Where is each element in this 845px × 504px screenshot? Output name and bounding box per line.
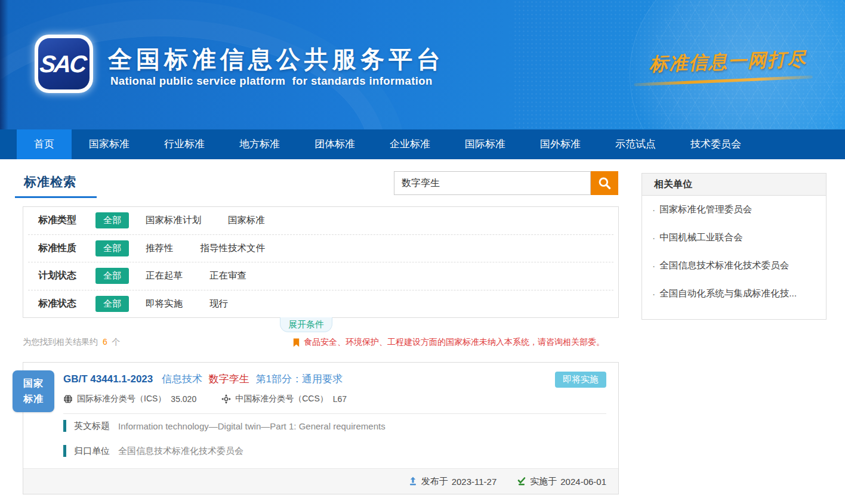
publish-icon — [408, 477, 421, 486]
nav-tab-enterprise-standards[interactable]: 企业标准 — [372, 129, 448, 159]
filter-label-standard-type: 标准类型 — [38, 214, 95, 227]
filter-label-standard-nature: 标准性质 — [38, 242, 95, 255]
bookmark-icon — [292, 338, 304, 348]
department-value: 全国信息技术标准化技术委员会 — [118, 446, 243, 457]
filter-all-button-standard-nature[interactable]: 全部 — [95, 240, 129, 256]
card-footer: 发布于 2023-11-27 实施于 2024-06-01 — [23, 468, 618, 494]
globe-icon — [63, 394, 77, 404]
implement-check-icon — [517, 477, 530, 486]
filter-box: 标准类型全部国家标准计划国家标准标准性质全部推荐性指导性技术文件计划状态全部正在… — [23, 206, 619, 318]
filter-row-standard-type: 标准类型全部国家标准计划国家标准 — [28, 207, 613, 234]
list-dot: · — [652, 233, 655, 243]
badge-line1: 国家 — [23, 376, 44, 391]
site-subtitle: National public service platform for sta… — [110, 75, 433, 88]
list-dot: · — [652, 289, 655, 299]
site-title: 全国标准信息公共服务平台 — [108, 43, 445, 76]
result-count: 为您找到相关结果约 6 个 — [23, 337, 121, 348]
related-units-panel: 相关单位 ·国家标准化管理委员会·中国机械工业联合会·全国信息技术标准化技术委员… — [642, 173, 827, 320]
filter-option-standard-nature-1[interactable]: 指导性技术文件 — [201, 242, 266, 255]
title-underline — [15, 196, 97, 198]
standard-title-part2: 第1部分：通用要求 — [255, 373, 342, 385]
nav-tab-home[interactable]: 首页 — [17, 129, 72, 159]
related-units-list: ·国家标准化管理委员会·中国机械工业联合会·全国信息技术标准化技术委员会·全国自… — [642, 196, 826, 308]
related-unit-item-3[interactable]: ·全国自动化系统与集成标准化技... — [642, 280, 826, 308]
ccs-label: 中国标准分类号（CCS） — [235, 394, 328, 404]
implement-label: 实施于 — [530, 476, 557, 487]
page-title: 标准检索 — [24, 174, 76, 190]
related-unit-label: 全国信息技术标准化技术委员会 — [659, 259, 789, 272]
filter-option-standard-type-1[interactable]: 国家标准 — [228, 214, 265, 227]
sac-logo-inner: SAC — [38, 38, 90, 89]
filter-row-standard-status: 标准状态全部即将实施现行 — [28, 290, 613, 318]
page-root: SAC 全国标准信息公共服务平台 National public service… — [0, 0, 845, 504]
sac-logo-text: SAC — [39, 51, 89, 78]
ccs-value: L67 — [333, 394, 347, 404]
standard-title-link[interactable]: GB/T 43441.1-2023 信息技术 数字孪生 第1部分：通用要求 — [63, 372, 343, 386]
related-unit-item-0[interactable]: ·国家标准化管理委员会 — [642, 196, 826, 224]
filter-option-standard-status-0[interactable]: 即将实施 — [146, 298, 183, 310]
nav-tab-technical-committee[interactable]: 技术委员会 — [673, 129, 758, 159]
filter-option-standard-status-1[interactable]: 现行 — [209, 298, 228, 310]
publish-label: 发布于 — [421, 476, 448, 487]
related-unit-label: 国家标准化管理委员会 — [659, 203, 752, 216]
ccs-meta: 中国标准分类号（CCS） L67 — [221, 394, 347, 404]
filter-all-button-plan-status[interactable]: 全部 — [95, 268, 129, 284]
notice-text: 食品安全、环境保护、工程建设方面的国家标准未纳入本系统，请咨询相关部委。 — [304, 337, 605, 348]
standard-type-badge: 国家 标准 — [13, 370, 54, 412]
result-count-prefix: 为您找到相关结果约 — [23, 337, 98, 347]
nav-tab-group-standards[interactable]: 团体标准 — [297, 129, 372, 159]
expand-conditions-button[interactable]: 展开条件 — [280, 317, 332, 332]
system-notice: 食品安全、环境保护、工程建设方面的国家标准未纳入本系统，请咨询相关部委。 — [292, 337, 605, 348]
related-unit-label: 全国自动化系统与集成标准化技... — [659, 287, 797, 300]
department-row: 归口单位 全国信息技术标准化技术委员会 — [63, 445, 243, 457]
implement-date: 2024-06-01 — [560, 477, 606, 487]
teal-bar-decoration — [63, 445, 66, 457]
sac-logo[interactable]: SAC — [35, 35, 93, 93]
card-divider — [63, 413, 606, 414]
publish-date: 2023-11-27 — [452, 477, 497, 487]
result-count-suffix: 个 — [112, 337, 121, 347]
related-unit-item-1[interactable]: ·中国机械工业联合会 — [642, 224, 826, 252]
english-title-label: 英文标题 — [74, 420, 110, 432]
search-button[interactable] — [591, 171, 618, 195]
filter-all-button-standard-type[interactable]: 全部 — [95, 212, 129, 228]
compass-icon — [221, 394, 235, 404]
badge-line2: 标准 — [23, 391, 44, 407]
list-dot: · — [652, 205, 655, 215]
nav-tab-pilot[interactable]: 示范试点 — [598, 129, 673, 159]
header-edge-decoration — [0, 0, 8, 129]
implement-date-item: 实施于 2024-06-01 — [517, 476, 606, 487]
ics-label: 国际标准分类号（ICS） — [77, 394, 166, 404]
filter-all-button-standard-status[interactable]: 全部 — [95, 296, 129, 312]
standard-code: GB/T 43441.1-2023 — [63, 373, 153, 385]
filter-row-plan-status: 计划状态全部正在起草正在审查 — [28, 262, 613, 290]
related-units-title: 相关单位 — [642, 174, 826, 196]
nav-tab-national-standards[interactable]: 国家标准 — [72, 129, 147, 159]
teal-bar-decoration — [63, 420, 66, 432]
filter-label-plan-status: 计划状态 — [38, 270, 95, 282]
filter-option-standard-nature-0[interactable]: 推荐性 — [146, 242, 174, 255]
filter-option-plan-status-1[interactable]: 正在审查 — [209, 270, 246, 282]
nav-tab-local-standards[interactable]: 地方标准 — [222, 129, 297, 159]
english-title-row: 英文标题 Information technology—Digital twin… — [63, 420, 386, 432]
search-input[interactable] — [394, 171, 591, 195]
related-unit-item-2[interactable]: ·全国信息技术标准化技术委员会 — [642, 252, 826, 280]
filter-option-plan-status-0[interactable]: 正在起草 — [146, 270, 183, 282]
filter-row-standard-nature: 标准性质全部推荐性指导性技术文件 — [28, 234, 613, 262]
card-meta-row: 国际标准分类号（ICS） 35.020 中国标准分类号（CCS） L67 — [63, 394, 372, 404]
list-dot: · — [652, 261, 655, 271]
search-icon — [598, 177, 611, 190]
nav-tab-industry-standards[interactable]: 行业标准 — [147, 129, 222, 159]
nav-tab-foreign-standards[interactable]: 国外标准 — [523, 129, 598, 159]
related-unit-label: 中国机械工业联合会 — [659, 231, 743, 244]
standard-result-card: 国家 标准 GB/T 43441.1-2023 信息技术 数字孪生 第1部分：通… — [23, 362, 619, 494]
results-row: 为您找到相关结果约 6 个 食品安全、环境保护、工程建设方面的国家标准未纳入本系… — [23, 336, 619, 349]
main-nav: 首页国家标准行业标准地方标准团体标准企业标准国际标准国外标准示范试点技术委员会 — [0, 129, 845, 159]
result-count-number: 6 — [103, 337, 107, 347]
ics-value: 35.020 — [171, 394, 196, 404]
site-header: SAC 全国标准信息公共服务平台 National public service… — [0, 0, 845, 129]
status-badge: 即将实施 — [555, 372, 606, 388]
standard-title-part1: 信息技术 — [162, 373, 202, 385]
filter-option-standard-type-0[interactable]: 国家标准计划 — [146, 214, 201, 227]
nav-tab-international-standards[interactable]: 国际标准 — [448, 129, 523, 159]
